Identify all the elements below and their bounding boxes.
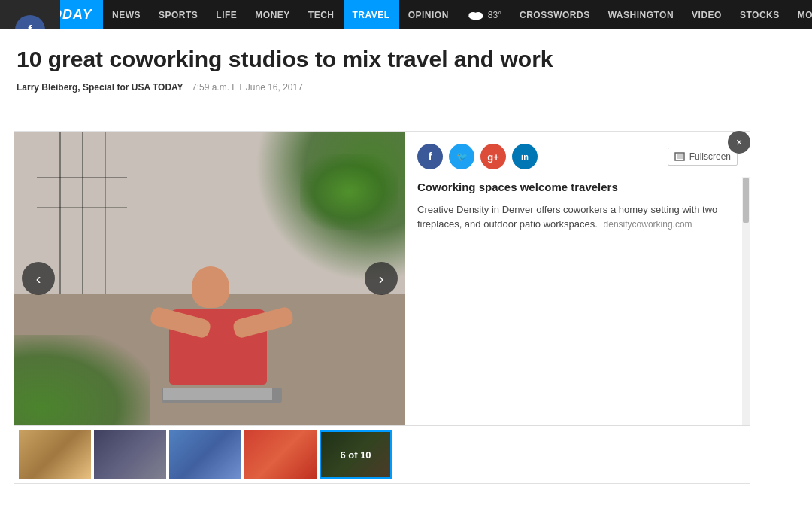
gallery-social-row: f 🐦 g+ in <box>417 144 738 169</box>
nav-stocks[interactable]: STOCKS <box>731 0 789 29</box>
prev-arrow-icon: ‹ <box>36 270 41 287</box>
laptop-screen <box>163 388 272 400</box>
nav-bar: USA TODAY NEWS SPORTS LIFE MONEY TECH TR… <box>0 0 812 29</box>
close-icon: × <box>736 136 742 148</box>
article-timestamp: 7:59 a.m. ET June 16, 2017 <box>192 82 303 93</box>
gallery-thumb-4[interactable] <box>244 430 317 479</box>
nav-sports[interactable]: SPORTS <box>150 0 207 29</box>
nav-travel[interactable]: TRAVEL <box>344 0 399 29</box>
gallery-thumb-2[interactable] <box>94 430 166 479</box>
window-bar-h1 <box>37 177 127 178</box>
next-arrow-icon: › <box>379 270 384 287</box>
nav-crosswords[interactable]: CROSSWORDS <box>511 0 599 29</box>
gallery-facebook-button[interactable]: f <box>417 144 443 169</box>
google-icon: g+ <box>487 151 499 163</box>
linkedin-icon: in <box>521 152 529 161</box>
person-figure <box>162 266 282 403</box>
gallery-thumb-3[interactable] <box>169 430 241 479</box>
laptop <box>162 388 282 403</box>
nav-items: NEWS SPORTS LIFE MONEY TECH TRAVEL OPINI… <box>103 0 812 29</box>
gallery-thumb-count: 6 of 10 <box>321 432 390 477</box>
fullscreen-button[interactable]: Fullscreen <box>668 148 738 166</box>
svg-point-2 <box>474 12 482 18</box>
window-bar-h2 <box>37 207 127 208</box>
gallery-twitter-button[interactable]: 🐦 <box>449 144 474 169</box>
fullscreen-icon <box>674 152 685 161</box>
gallery-sidebar: f 🐦 g+ in <box>405 132 750 425</box>
gallery-prev-button[interactable]: ‹ <box>22 262 55 295</box>
facebook-icon: f <box>429 151 432 163</box>
fullscreen-label: Fullscreen <box>689 151 731 162</box>
nav-opinion[interactable]: OPINION <box>399 0 458 29</box>
article-title: 10 great coworking studios to mix travel… <box>17 46 795 73</box>
twitter-icon: 🐦 <box>456 151 468 162</box>
person-head <box>192 266 229 308</box>
article-byline: Larry Bleiberg, Special for USA TODAY 7:… <box>17 82 795 93</box>
gallery-caption-title: Coworking spaces welcome travelers <box>417 180 738 195</box>
window-bar-3 <box>105 132 106 294</box>
window-bar-2 <box>82 132 83 294</box>
gallery-photo <box>14 132 405 425</box>
temperature: 83° <box>488 10 501 20</box>
article-header: 10 great coworking studios to mix travel… <box>0 29 812 111</box>
leaf-3 <box>14 335 150 425</box>
window-bar-1 <box>59 132 61 294</box>
gallery: × <box>14 131 750 484</box>
gallery-thumb-5[interactable]: 6 of 10 <box>320 430 392 479</box>
nav-life[interactable]: LIFE <box>207 0 246 29</box>
cloud-icon <box>467 9 485 21</box>
gallery-image: ‹ › <box>14 132 405 425</box>
gallery-caption-text: Creative Density in Denver offers cowork… <box>417 202 738 232</box>
nav-video[interactable]: VIDEO <box>683 0 731 29</box>
nav-weather: 83° <box>458 9 511 21</box>
gallery-next-button[interactable]: › <box>365 262 398 295</box>
gallery-thumb-1[interactable] <box>19 430 91 479</box>
gallery-google-button[interactable]: g+ <box>480 144 506 169</box>
gallery-thumbnails: 6 of 10 <box>14 425 750 483</box>
gallery-scrollbar[interactable] <box>742 177 750 425</box>
nav-more[interactable]: MORE <box>789 0 812 29</box>
nav-money[interactable]: MONEY <box>246 0 299 29</box>
gallery-scrollbar-thumb <box>743 178 749 223</box>
gallery-caption-source: densitycoworking.com <box>604 219 692 230</box>
nav-news[interactable]: NEWS <box>103 0 150 29</box>
article-author: Larry Bleiberg, Special for USA TODAY <box>17 82 183 93</box>
nav-tech[interactable]: TECH <box>299 0 344 29</box>
gallery-main-row: ‹ › f 🐦 <box>14 132 750 425</box>
gallery-linkedin-button[interactable]: in <box>512 144 538 169</box>
svg-rect-6 <box>677 154 683 159</box>
gallery-close-button[interactable]: × <box>728 131 750 154</box>
nav-washington[interactable]: WASHINGTON <box>599 0 683 29</box>
